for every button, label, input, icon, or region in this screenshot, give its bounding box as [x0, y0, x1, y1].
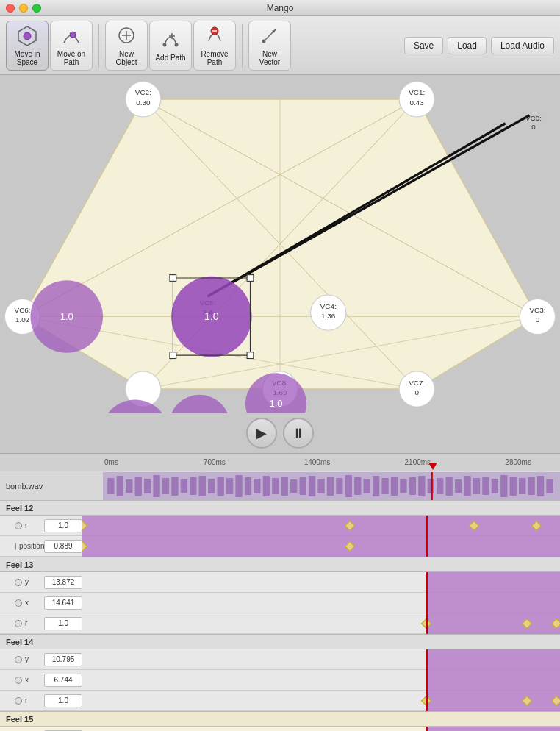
new-object-button[interactable]: New Object [105, 21, 148, 71]
add-path-icon [160, 29, 181, 51]
svg-rect-73 [107, 478, 114, 494]
pause-button[interactable]: ⏸ [283, 418, 314, 449]
feel-14-y-radio[interactable] [15, 656, 22, 663]
feel-13-x-timeline[interactable] [82, 593, 560, 613]
feel-13-x-input[interactable] [44, 596, 82, 610]
tool-group-main: Move in Space Move on Path [6, 21, 93, 71]
feel-14-r-radio[interactable] [15, 697, 22, 705]
svg-text:VC0:: VC0: [525, 114, 542, 122]
feel-12-header: Feel 12 [0, 501, 560, 516]
svg-rect-84 [208, 479, 215, 493]
separator-1 [98, 24, 99, 68]
svg-rect-81 [181, 479, 187, 493]
svg-rect-113 [473, 478, 480, 494]
feel-13-r-timeline[interactable] [82, 613, 560, 634]
svg-rect-67 [170, 275, 176, 282]
svg-rect-79 [162, 478, 169, 494]
feel-13-y-radio[interactable] [15, 579, 22, 586]
feel-14-header: Feel 14 [0, 635, 560, 649]
feel-14-r-label: r [0, 696, 44, 705]
tool-group-vector: New Vector [248, 21, 291, 71]
time-1400: 1400ms [304, 458, 331, 466]
minimize-button[interactable] [19, 4, 28, 13]
svg-rect-99 [345, 475, 352, 497]
svg-rect-110 [446, 477, 453, 496]
play-button[interactable]: ▶ [246, 418, 277, 449]
move-in-space-button[interactable]: Move in Space [6, 21, 49, 71]
svg-rect-95 [309, 476, 315, 496]
move-path-icon [61, 25, 82, 48]
feel-13-r-radio[interactable] [15, 620, 22, 627]
feel-13-x-row: x [0, 593, 560, 613]
feel-12-r-input[interactable] [44, 519, 82, 532]
svg-rect-92 [281, 477, 288, 496]
feel-13-y-input[interactable] [44, 576, 82, 589]
svg-rect-112 [464, 476, 470, 496]
svg-rect-74 [117, 476, 123, 496]
feel-13-header: Feel 13 [0, 557, 560, 572]
move-on-path-button[interactable]: Move on Path [50, 21, 93, 71]
add-path-button[interactable]: Add Path [149, 21, 192, 71]
svg-rect-98 [336, 478, 342, 494]
maximize-button[interactable] [32, 4, 41, 13]
svg-rect-85 [218, 477, 224, 496]
stage-canvas[interactable]: VC2: 0.30 VC1: 0.43 VC0: 0 VC3: 0 VC4: 1… [0, 75, 560, 413]
feel-12-position-timeline[interactable] [82, 536, 560, 557]
svg-text:0.43: 0.43 [410, 99, 425, 107]
svg-text:VC7:: VC7: [409, 379, 425, 387]
feel-14-r-timeline[interactable] [82, 691, 560, 711]
feel-14-x-radio[interactable] [15, 677, 22, 684]
titlebar: Mango [0, 0, 560, 16]
timeline-area: 0ms 700ms 1400ms 2100ms 2800ms bomb.wav [0, 454, 560, 731]
feel-14-y-input[interactable] [44, 653, 82, 666]
feel-14-r-input[interactable] [44, 694, 82, 707]
waveform-display[interactable] [103, 472, 560, 500]
svg-rect-86 [226, 478, 233, 494]
feel-13-x-radio[interactable] [15, 599, 22, 607]
tool-group-objects: New Object Add Path [105, 21, 236, 71]
feel-13-r-input[interactable] [44, 617, 82, 630]
remove-path-button[interactable]: Remove Path [193, 21, 236, 71]
stage-svg: VC2: 0.30 VC1: 0.43 VC0: 0 VC3: 0 VC4: 1… [0, 75, 560, 413]
svg-rect-107 [418, 476, 425, 496]
feel-12-r-label: r [0, 521, 44, 529]
svg-rect-88 [245, 477, 251, 495]
svg-text:1.0: 1.0 [204, 310, 219, 322]
feel-14-section: Feel 14 y x [0, 635, 560, 712]
svg-rect-118 [519, 478, 525, 494]
feel-14-y-timeline[interactable] [82, 649, 560, 670]
feel-12-r-radio[interactable] [15, 522, 22, 529]
audio-track-row: bomb.wav [0, 471, 560, 501]
feel-14-x-timeline[interactable] [82, 670, 560, 691]
new-object-label: New Object [109, 50, 144, 66]
svg-text:VC2:: VC2: [135, 88, 151, 96]
svg-rect-76 [135, 477, 142, 496]
feel-14-y-label: y [0, 655, 44, 663]
svg-text:1.02: 1.02 [15, 315, 29, 324]
play-icon: ▶ [256, 425, 267, 441]
feel-13-y-label: y [0, 578, 44, 586]
remove-path-label: Remove Path [197, 50, 232, 66]
feel-12-pos-radio[interactable] [15, 543, 16, 550]
pause-icon: ⏸ [292, 426, 305, 441]
feel-13-y-timeline[interactable] [82, 572, 560, 593]
new-vector-button[interactable]: New Vector [248, 21, 291, 71]
feel-12-position-input[interactable] [44, 540, 82, 553]
transport-controls: ▶ ⏸ [0, 413, 560, 454]
load-audio-button[interactable]: Load Audio [491, 37, 554, 54]
svg-rect-111 [455, 479, 462, 493]
feel-12-r-timeline[interactable] [82, 516, 560, 536]
feel-14-x-input[interactable] [44, 674, 82, 687]
svg-rect-82 [190, 477, 196, 495]
svg-text:0: 0 [536, 315, 540, 324]
svg-rect-101 [364, 479, 370, 493]
svg-rect-97 [327, 477, 334, 496]
close-button[interactable] [6, 4, 15, 13]
save-button[interactable]: Save [404, 37, 443, 54]
feel-13-section: Feel 13 y x [0, 557, 560, 635]
svg-rect-120 [537, 476, 544, 496]
svg-rect-96 [317, 479, 324, 493]
load-button[interactable]: Load [448, 37, 487, 54]
svg-rect-100 [354, 477, 361, 495]
feel-15-y-timeline[interactable] [82, 727, 560, 732]
